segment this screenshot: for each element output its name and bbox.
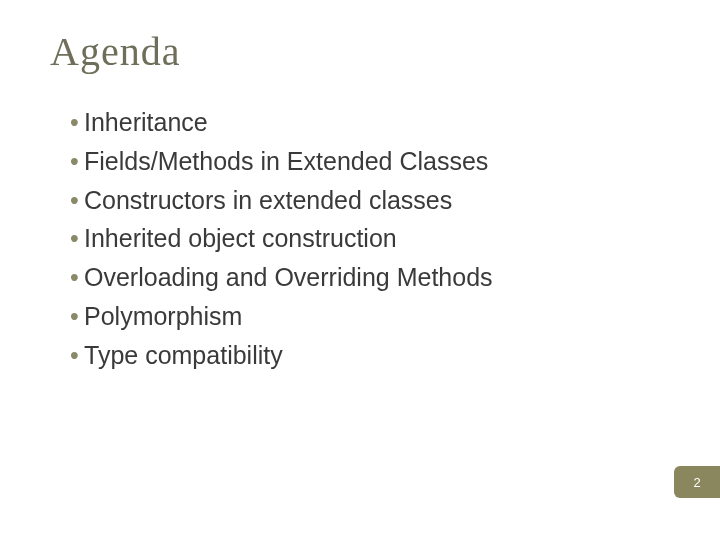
- bullet-list: Inheritance Fields/Methods in Extended C…: [50, 103, 670, 374]
- list-item: Fields/Methods in Extended Classes: [74, 142, 670, 181]
- slide-title: Agenda: [50, 28, 670, 75]
- list-item: Inherited object construction: [74, 219, 670, 258]
- page-number-badge: 2: [674, 466, 720, 498]
- list-item: Type compatibility: [74, 336, 670, 375]
- list-item: Polymorphism: [74, 297, 670, 336]
- list-item: Overloading and Overriding Methods: [74, 258, 670, 297]
- list-item: Constructors in extended classes: [74, 181, 670, 220]
- page-number: 2: [693, 475, 700, 490]
- slide-container: Agenda Inheritance Fields/Methods in Ext…: [0, 0, 720, 540]
- list-item: Inheritance: [74, 103, 670, 142]
